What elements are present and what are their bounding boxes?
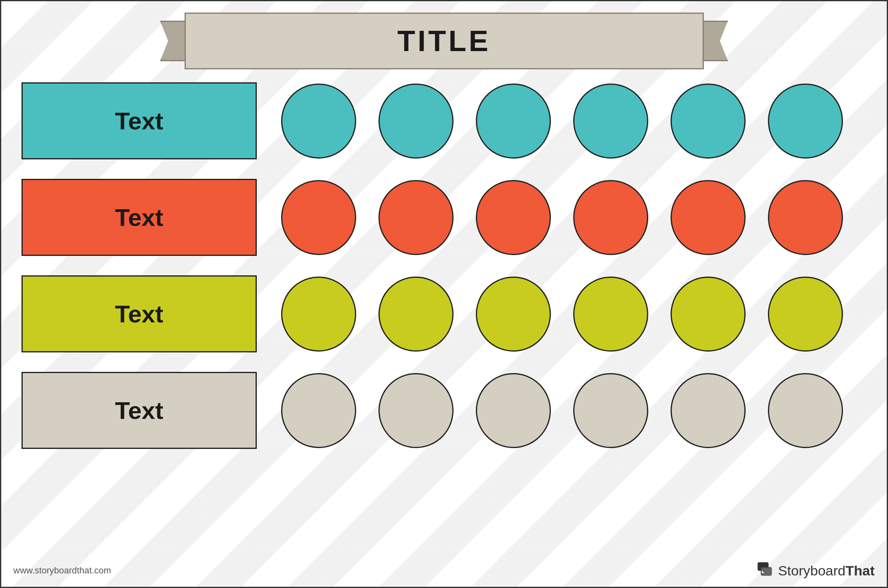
row-orange: Text: [22, 179, 866, 256]
footer: www.storyboardthat.com StoryboardThat: [13, 562, 875, 579]
title-banner: TITLE: [160, 13, 728, 69]
circle-teal-5: [671, 84, 746, 159]
content-area: Text Text: [22, 82, 866, 554]
circles-teal: [281, 84, 866, 159]
circle-orange-6: [768, 180, 843, 255]
footer-url: www.storyboardthat.com: [13, 565, 111, 576]
logo-bold: That: [845, 563, 875, 578]
circle-orange-3: [476, 180, 551, 255]
circles-yellow: [281, 277, 866, 352]
circle-yellow-4: [573, 277, 648, 352]
circle-teal-6: [768, 84, 843, 159]
circles-beige: [281, 373, 866, 448]
circles-orange: [281, 180, 866, 255]
circle-teal-2: [378, 84, 454, 159]
footer-logo: StoryboardThat: [757, 562, 875, 579]
circle-beige-6: [768, 373, 843, 448]
banner-main: TITLE: [185, 13, 704, 69]
label-text-orange: Text: [115, 204, 163, 232]
circle-yellow-1: [281, 277, 356, 352]
circle-yellow-3: [476, 277, 551, 352]
banner-title: TITLE: [398, 24, 491, 58]
logo-normal: Storyboard: [778, 563, 845, 578]
storyboardthat-icon: [757, 562, 775, 579]
label-box-beige: Text: [22, 372, 257, 449]
circle-beige-1: [281, 373, 356, 448]
circle-beige-2: [378, 373, 454, 448]
poster: TITLE Text Text: [0, 0, 888, 588]
label-text-beige: Text: [115, 397, 163, 425]
label-text-teal: Text: [115, 107, 163, 135]
circle-yellow-5: [671, 277, 746, 352]
label-text-yellow: Text: [115, 300, 163, 328]
circle-orange-2: [378, 180, 454, 255]
circle-beige-4: [573, 373, 648, 448]
label-box-orange: Text: [22, 179, 257, 256]
logo-text: StoryboardThat: [778, 563, 875, 579]
row-beige: Text: [22, 372, 866, 449]
row-teal: Text: [22, 82, 866, 159]
row-yellow: Text: [22, 275, 866, 352]
circle-beige-3: [476, 373, 551, 448]
circle-beige-5: [671, 373, 746, 448]
circle-orange-4: [573, 180, 648, 255]
label-box-teal: Text: [22, 82, 257, 159]
circle-yellow-6: [768, 277, 843, 352]
circle-teal-1: [281, 84, 356, 159]
circle-orange-1: [281, 180, 356, 255]
circle-yellow-2: [378, 277, 454, 352]
label-box-yellow: Text: [22, 275, 257, 352]
circle-orange-5: [671, 180, 746, 255]
circle-teal-4: [573, 84, 648, 159]
circle-teal-3: [476, 84, 551, 159]
